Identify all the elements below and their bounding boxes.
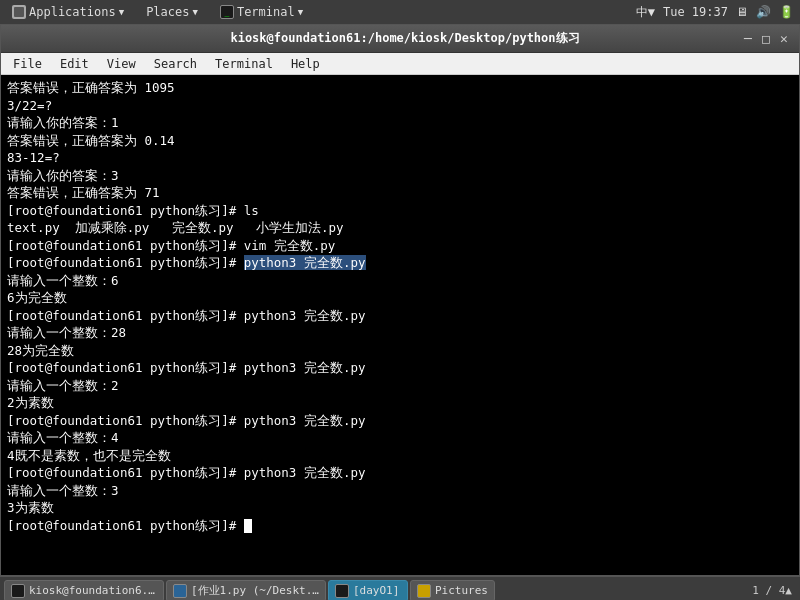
terminal-line: 2为素数 <box>7 394 793 412</box>
menu-edit[interactable]: Edit <box>52 55 97 73</box>
window-title: kiosk@foundation61:/home/kiosk/Desktop/p… <box>69 30 741 47</box>
terminal-line: 请输入一个整数：28 <box>7 324 793 342</box>
terminal-content[interactable]: 答案错误，正确答案为 10953/22=?请输入你的答案：1答案错误，正确答案为… <box>1 75 799 575</box>
terminal-line: [root@foundation61 python练习]# python3 完全… <box>7 464 793 482</box>
terminal-chevron-icon: ▼ <box>298 7 303 17</box>
system-bar-left: Applications ▼ Places ▼ _ Terminal ▼ <box>6 3 309 21</box>
taskbar-item-0[interactable]: kiosk@foundation6... <box>4 580 164 601</box>
places-label: Places <box>146 5 189 19</box>
terminal-line: 83-12=? <box>7 149 793 167</box>
taskbar-item-icon <box>335 584 349 598</box>
terminal-line: 28为完全数 <box>7 342 793 360</box>
apps-menu[interactable]: Applications ▼ <box>6 3 130 21</box>
terminal-line: [root@foundation61 python练习]# vim 完全数.py <box>7 237 793 255</box>
datetime: Tue 19:37 <box>663 5 728 19</box>
terminal-line: 请输入一个整数：4 <box>7 429 793 447</box>
menu-bar: File Edit View Search Terminal Help <box>1 53 799 75</box>
window-controls: ─ □ ✕ <box>741 32 791 46</box>
menu-help[interactable]: Help <box>283 55 328 73</box>
menu-terminal[interactable]: Terminal <box>207 55 281 73</box>
terminal-line: 3为素数 <box>7 499 793 517</box>
terminal-label: Terminal <box>237 5 295 19</box>
im-indicator: 中▼ <box>636 4 655 21</box>
terminal-line: 请输入一个整数：6 <box>7 272 793 290</box>
terminal-line: 3/22=? <box>7 97 793 115</box>
taskbar-item-label: Pictures <box>435 584 488 597</box>
terminal-line: 请输入你的答案：3 <box>7 167 793 185</box>
terminal-line: [root@foundation61 python练习]# python3 完全… <box>7 359 793 377</box>
menu-view[interactable]: View <box>99 55 144 73</box>
terminal-line: 答案错误，正确答案为 0.14 <box>7 132 793 150</box>
system-bar: Applications ▼ Places ▼ _ Terminal ▼ 中▼ … <box>0 0 800 24</box>
places-chevron-icon: ▼ <box>192 7 197 17</box>
taskbar-item-1[interactable]: [作业1.py (~/Deskt... <box>166 580 326 601</box>
battery-icon: 🔋 <box>779 5 794 19</box>
terminal-line: text.py 加减乘除.py 完全数.py 小学生加法.py <box>7 219 793 237</box>
terminal-line: 答案错误，正确答案为 1095 <box>7 79 793 97</box>
title-bar: kiosk@foundation61:/home/kiosk/Desktop/p… <box>1 25 799 53</box>
display-icon: 🖥 <box>736 5 748 19</box>
terminal-line: 6为完全数 <box>7 289 793 307</box>
terminal-line: [root@foundation61 python练习]# python3 完全… <box>7 254 793 272</box>
terminal-line: 请输入你的答案：1 <box>7 114 793 132</box>
taskbar-item-label: kiosk@foundation6... <box>29 584 157 597</box>
taskbar-item-icon <box>173 584 187 598</box>
taskbar-item-2[interactable]: [dayO1] <box>328 580 408 601</box>
taskbar: kiosk@foundation6...[作业1.py (~/Deskt...[… <box>0 576 800 600</box>
places-menu[interactable]: Places ▼ <box>140 3 204 21</box>
taskbar-item-icon <box>11 584 25 598</box>
volume-icon: 🔊 <box>756 5 771 19</box>
terminal-line: 4既不是素数，也不是完全数 <box>7 447 793 465</box>
taskbar-item-label: [作业1.py (~/Deskt... <box>191 583 319 598</box>
taskbar-item-3[interactable]: Pictures <box>410 580 495 601</box>
apps-chevron-icon: ▼ <box>119 7 124 17</box>
menu-file[interactable]: File <box>5 55 50 73</box>
menu-search[interactable]: Search <box>146 55 205 73</box>
terminal-line: [root@foundation61 python练习]# python3 完全… <box>7 307 793 325</box>
terminal-line: 请输入一个整数：3 <box>7 482 793 500</box>
maximize-button[interactable]: □ <box>759 32 773 46</box>
taskbar-page-indicator: 1 / 4▲ <box>752 584 796 597</box>
terminal-window: kiosk@foundation61:/home/kiosk/Desktop/p… <box>0 24 800 576</box>
terminal-line: [root@foundation61 python练习]# <box>7 517 793 535</box>
terminal-menu[interactable]: _ Terminal ▼ <box>214 3 309 21</box>
terminal-cursor <box>244 519 252 533</box>
terminal-line: 答案错误，正确答案为 71 <box>7 184 793 202</box>
terminal-line: [root@foundation61 python练习]# ls <box>7 202 793 220</box>
minimize-button[interactable]: ─ <box>741 32 755 46</box>
system-bar-right: 中▼ Tue 19:37 🖥 🔊 🔋 <box>636 4 794 21</box>
taskbar-item-icon <box>417 584 431 598</box>
close-button[interactable]: ✕ <box>777 32 791 46</box>
terminal-line: [root@foundation61 python练习]# python3 完全… <box>7 412 793 430</box>
taskbar-item-label: [dayO1] <box>353 584 399 597</box>
apps-label: Applications <box>29 5 116 19</box>
terminal-line: 请输入一个整数：2 <box>7 377 793 395</box>
